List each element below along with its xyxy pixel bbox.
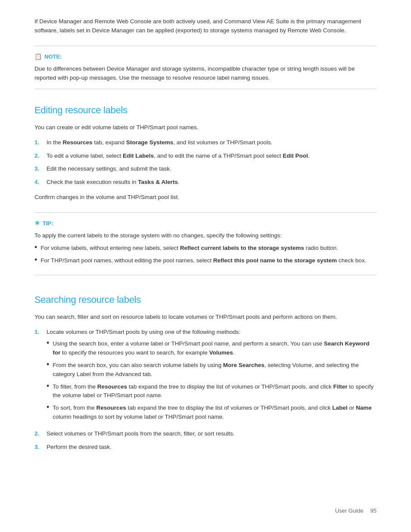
- note-label: NOTE:: [44, 53, 62, 61]
- tip-body: To apply the current labels to the stora…: [34, 231, 377, 265]
- search-step-1: 1. Locate volumes or THP/Smart pools by …: [34, 328, 377, 425]
- search-step-text-1: Locate volumes or THP/Smart pools by usi…: [47, 328, 377, 425]
- step-number-3: 3.: [34, 165, 42, 174]
- search-sub-text-1: Using the search box, enter a volume lab…: [53, 339, 377, 358]
- tip-icon: ☀: [34, 219, 40, 228]
- footer-label: User Guide: [335, 507, 364, 515]
- sub-bullet-dot-1: •: [47, 339, 49, 358]
- step-number-4: 4.: [34, 178, 42, 187]
- step-number-2: 2.: [34, 152, 42, 161]
- step-number-1: 1.: [34, 138, 42, 147]
- tip-bullet-text-1: For volume labels, without entering new …: [40, 244, 338, 253]
- searching-section-intro: You can search, filter and sort on resou…: [34, 313, 377, 322]
- searching-section-title: Searching resource labels: [34, 292, 377, 307]
- editing-step-2: 2. To edit a volume label, select Edit L…: [34, 152, 377, 161]
- search-sub-bullet-1: • Using the search box, enter a volume l…: [47, 339, 377, 358]
- search-step-number-2: 2.: [34, 429, 42, 439]
- search-sub-bullet-3: • To filter, from the Resources tab expa…: [47, 383, 377, 401]
- step-text-4: Check the task execution results in Task…: [47, 178, 179, 187]
- intro-paragraph: If Device Manager and Remote Web Console…: [34, 17, 377, 35]
- tip-intro-text: To apply the current labels to the stora…: [34, 231, 377, 240]
- search-sub-bullets: • Using the search box, enter a volume l…: [47, 339, 377, 422]
- tip-bullet-2: • For THP/Smart pool names, without edit…: [34, 256, 377, 265]
- search-step-3: 3. Perform the desired task.: [34, 443, 377, 452]
- editing-section-intro: You can create or edit volume labels or …: [34, 123, 377, 132]
- searching-section: Searching resource labels You can search…: [34, 292, 377, 452]
- search-step-2: 2. Select volumes or THP/Smart pools fro…: [34, 429, 377, 439]
- bullet-dot-2: •: [34, 255, 37, 265]
- editing-steps-list: 1. In the Resources tab, expand Storage …: [34, 138, 377, 187]
- search-step-text-2: Select volumes or THP/Smart pools from t…: [47, 429, 234, 439]
- step-text-1: In the Resources tab, expand Storage Sys…: [47, 138, 272, 147]
- search-sub-text-4: To sort, from the Resources tab expand t…: [53, 404, 377, 422]
- tip-bullet-text-2: For THP/Smart pool names, without editin…: [40, 256, 366, 265]
- note-box: 📋 NOTE: Due to differences between Devic…: [34, 46, 377, 89]
- page-footer: User Guide 95: [335, 507, 377, 515]
- bullet-dot-1: •: [34, 243, 37, 253]
- editing-section: Editing resource labels You can create o…: [34, 103, 377, 202]
- search-sub-bullet-2: • From the search box, you can also sear…: [47, 361, 377, 379]
- note-icon: 📋: [34, 52, 42, 61]
- tip-box: ☀ TIP: To apply the current labels to th…: [34, 212, 377, 275]
- tip-bullet-list: • For volume labels, without entering ne…: [34, 244, 377, 265]
- editing-section-title: Editing resource labels: [34, 103, 377, 117]
- search-step-number-3: 3.: [34, 443, 42, 452]
- sub-bullet-dot-2: •: [47, 360, 49, 379]
- editing-step-1: 1. In the Resources tab, expand Storage …: [34, 138, 377, 147]
- search-step-text-3: Perform the desired task.: [47, 443, 112, 452]
- step-text-3: Edit the necessary settings, and submit …: [47, 165, 171, 174]
- editing-step-3: 3. Edit the necessary settings, and subm…: [34, 165, 377, 174]
- sub-bullet-dot-4: •: [47, 403, 49, 422]
- step-text-2: To edit a volume label, select Edit Labe…: [47, 152, 310, 161]
- tip-label: TIP:: [43, 219, 53, 228]
- footer-page-number: 95: [371, 507, 377, 515]
- tip-header: ☀ TIP:: [34, 219, 377, 228]
- search-sub-text-2: From the search box, you can also search…: [53, 361, 377, 379]
- search-sub-bullet-4: • To sort, from the Resources tab expand…: [47, 404, 377, 422]
- editing-step-4: 4. Check the task execution results in T…: [34, 178, 377, 187]
- note-body: Due to differences between Device Manage…: [34, 65, 377, 83]
- tip-bullet-1: • For volume labels, without entering ne…: [34, 244, 377, 253]
- sub-bullet-dot-3: •: [47, 382, 49, 401]
- search-step-number-1: 1.: [34, 328, 42, 425]
- searching-steps-list: 1. Locate volumes or THP/Smart pools by …: [34, 328, 377, 452]
- confirm-text: Confirm changes in the volume and THP/Sm…: [34, 193, 377, 202]
- note-header: 📋 NOTE:: [34, 52, 377, 61]
- search-sub-text-3: To filter, from the Resources tab expand…: [53, 383, 377, 401]
